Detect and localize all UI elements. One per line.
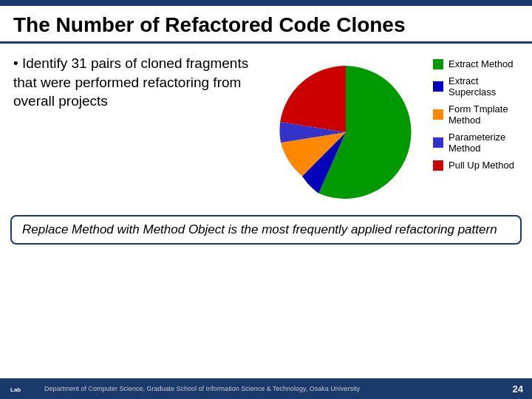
legend-item-parameterize: Parameterize Method	[433, 132, 519, 154]
footer-page: 24	[513, 383, 523, 395]
legend-label-extract-method: Extract Method	[449, 58, 513, 69]
title-area: The Number of Refactored Code Clones	[0, 6, 532, 44]
legend-item-form-template: Form Tmplate Method	[433, 103, 519, 126]
legend-item-pull-up: Pull Up Method	[433, 160, 519, 171]
pie-chart	[272, 58, 420, 209]
legend-label-parameterize: Parameterize Method	[449, 132, 519, 154]
footer-left: Lab Department of Computer Science, Grad…	[9, 381, 360, 396]
legend-item-extract-superclass: Extract Superclass	[433, 75, 519, 98]
bottom-note: Replace Method with Method Object is the…	[10, 215, 522, 245]
footer-dept-text: Department of Computer Science, Graduate…	[44, 385, 360, 392]
content-area: • Identify 31 pairs of cloned fragments …	[0, 44, 532, 209]
legend-label-pull-up: Pull Up Method	[449, 160, 514, 171]
bullet-text: • Identify 31 pairs of cloned fragments …	[13, 54, 265, 111]
footer-logo: Lab	[9, 381, 38, 396]
chart-legend-section: Extract Method Extract Superclass Form T…	[272, 51, 519, 209]
legend-item-extract-method: Extract Method	[433, 58, 519, 69]
legend-section: Extract Method Extract Superclass Form T…	[420, 51, 519, 171]
legend-color-extract-superclass	[433, 81, 443, 92]
bullet-section: • Identify 31 pairs of cloned fragments …	[13, 51, 265, 209]
legend-color-extract-method	[433, 59, 443, 69]
bottom-note-text: Replace Method with Method Object is the…	[22, 222, 497, 236]
legend-label-extract-superclass: Extract Superclass	[449, 75, 519, 98]
legend-color-pull-up	[433, 160, 443, 171]
top-bar	[0, 0, 532, 6]
legend-color-parameterize	[433, 137, 443, 148]
slide-title: The Number of Refactored Code Clones	[13, 13, 406, 36]
legend-color-form-template	[433, 109, 443, 120]
slide: The Number of Refactored Code Clones • I…	[0, 0, 532, 399]
svg-text:Lab: Lab	[10, 386, 21, 393]
footer: Lab Department of Computer Science, Grad…	[0, 378, 532, 399]
legend-label-form-template: Form Tmplate Method	[449, 103, 519, 126]
